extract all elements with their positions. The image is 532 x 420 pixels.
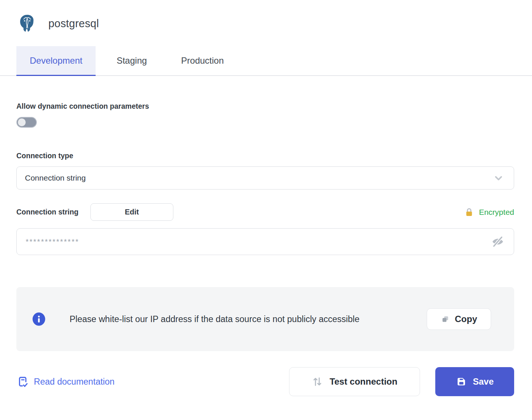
info-icon: [32, 312, 46, 326]
save-button-label: Save: [473, 376, 494, 387]
arrows-up-down-icon: [312, 376, 323, 387]
connection-type-label: Connection type: [16, 152, 514, 160]
tab-staging[interactable]: Staging: [103, 46, 160, 76]
connection-string-field[interactable]: **************: [16, 228, 514, 255]
connection-string-row: Connection string Edit Encrypted: [16, 203, 514, 221]
dynamic-params-toggle[interactable]: [16, 117, 37, 128]
masked-value: **************: [26, 238, 79, 246]
chevron-down-icon: [493, 172, 504, 184]
lock-icon: [464, 207, 474, 217]
test-connection-label: Test connection: [330, 376, 397, 387]
tab-development[interactable]: Development: [16, 46, 96, 76]
ip-whitelist-message: Please white-list our IP address if the …: [70, 312, 359, 327]
footer-actions: Read documentation Test connection Save: [16, 367, 514, 396]
encrypted-label: Encrypted: [479, 208, 514, 217]
copy-ip-button[interactable]: Copy: [427, 308, 491, 330]
header: postgresql: [0, 0, 532, 34]
tab-production[interactable]: Production: [168, 46, 237, 76]
connection-string-label: Connection string: [16, 208, 78, 216]
postgresql-logo-icon: [17, 13, 37, 34]
document-check-icon: [16, 375, 29, 388]
floppy-disk-icon: [456, 376, 467, 387]
connection-type-section: Connection type Connection string: [16, 152, 514, 190]
toggle-knob: [18, 118, 26, 126]
page-title: postgresql: [48, 18, 99, 30]
save-button[interactable]: Save: [435, 367, 514, 396]
connection-type-value: Connection string: [25, 174, 86, 182]
copy-button-label: Copy: [455, 314, 477, 324]
read-documentation-label: Read documentation: [34, 377, 115, 387]
edit-button[interactable]: Edit: [90, 203, 173, 221]
environment-tabs: Development Staging Production: [0, 46, 532, 76]
encrypted-badge: Encrypted: [464, 207, 514, 217]
test-connection-button[interactable]: Test connection: [289, 367, 420, 396]
connection-type-select[interactable]: Connection string: [16, 166, 514, 190]
ip-whitelist-banner: Please white-list our IP address if the …: [16, 287, 514, 351]
dynamic-params-label: Allow dynamic connection parameters: [16, 102, 514, 111]
eye-slash-icon: [491, 235, 505, 248]
copy-icon: [441, 315, 450, 324]
read-documentation-link[interactable]: Read documentation: [16, 375, 115, 388]
dynamic-params-section: Allow dynamic connection parameters: [16, 102, 514, 128]
toggle-visibility-button[interactable]: [491, 235, 505, 248]
